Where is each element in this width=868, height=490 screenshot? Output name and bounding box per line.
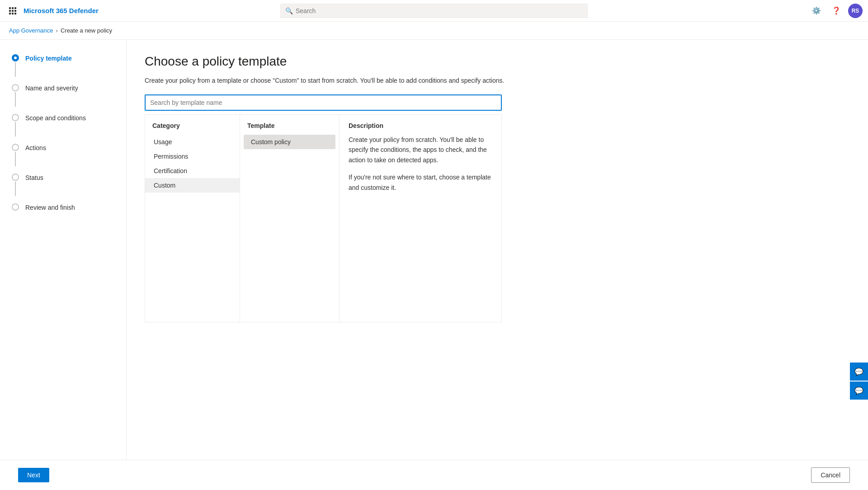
svg-rect-4 bbox=[12, 10, 14, 12]
step-circle-4 bbox=[12, 144, 19, 151]
template-picker: Category Usage Permissions Certification… bbox=[145, 114, 502, 322]
footer-left: Next bbox=[18, 468, 49, 482]
page-heading: Choose a policy template bbox=[145, 54, 850, 69]
search-input[interactable] bbox=[296, 7, 583, 14]
svg-rect-8 bbox=[14, 13, 16, 14]
page-description: Create your policy from a template or ch… bbox=[145, 76, 850, 85]
svg-rect-0 bbox=[9, 7, 11, 9]
nav-left: Microsoft 365 Defender bbox=[5, 4, 99, 18]
step-line-2 bbox=[15, 92, 16, 107]
step-circle-5 bbox=[12, 174, 19, 181]
cancel-button[interactable]: Cancel bbox=[811, 467, 850, 483]
category-item-certification[interactable]: Certification bbox=[145, 164, 240, 178]
page-layout: Policy template Name and severity Scope … bbox=[0, 40, 868, 490]
step-indicator-col-1 bbox=[11, 54, 20, 77]
step-line-1 bbox=[15, 62, 16, 77]
description-text-1: Create your policy from scratch. You'll … bbox=[349, 135, 492, 165]
step-indicator-col-3 bbox=[11, 114, 20, 137]
category-item-usage[interactable]: Usage bbox=[145, 135, 240, 149]
description-column: Description Create your policy from scra… bbox=[340, 115, 501, 322]
wizard-step-name-severity[interactable]: Name and severity bbox=[0, 80, 126, 110]
step-label-1: Policy template bbox=[25, 54, 72, 62]
step-line-5 bbox=[15, 182, 16, 196]
svg-rect-2 bbox=[14, 7, 16, 9]
step-circle-3 bbox=[12, 114, 19, 121]
breadcrumb: App Governance › Create a new policy bbox=[0, 22, 868, 40]
main-content: Choose a policy template Create your pol… bbox=[127, 40, 868, 490]
svg-rect-5 bbox=[14, 10, 16, 12]
top-navigation: Microsoft 365 Defender 🔍 ⚙️ ❓ RS bbox=[0, 0, 868, 22]
step-label-6: Review and finish bbox=[25, 203, 75, 212]
category-item-custom[interactable]: Custom bbox=[145, 178, 240, 193]
category-item-permissions[interactable]: Permissions bbox=[145, 149, 240, 164]
global-search-bar[interactable]: 🔍 bbox=[280, 4, 588, 18]
step-line-3 bbox=[15, 122, 16, 137]
breadcrumb-separator: › bbox=[56, 27, 58, 34]
description-text-2: If you're not sure where to start, choos… bbox=[349, 172, 492, 193]
wizard-step-review-finish[interactable]: Review and finish bbox=[0, 200, 126, 215]
svg-rect-3 bbox=[9, 10, 11, 12]
wizard-step-status[interactable]: Status bbox=[0, 170, 126, 200]
step-circle-2 bbox=[12, 84, 19, 91]
floating-feedback-icon[interactable]: 💬 bbox=[850, 382, 868, 400]
step-indicator-col-4 bbox=[11, 144, 20, 166]
next-button[interactable]: Next bbox=[18, 468, 49, 482]
floating-buttons: 💬 💬 bbox=[850, 363, 868, 400]
wizard-step-scope-conditions[interactable]: Scope and conditions bbox=[0, 110, 126, 140]
template-item-custom-policy[interactable]: Custom policy bbox=[244, 135, 335, 149]
nav-right: ⚙️ ❓ RS bbox=[808, 3, 863, 19]
step-indicator-col-6 bbox=[11, 203, 20, 211]
breadcrumb-parent-link[interactable]: App Governance bbox=[9, 27, 53, 34]
avatar[interactable]: RS bbox=[848, 4, 863, 18]
template-column: Template Custom policy bbox=[240, 115, 340, 322]
wizard-sidebar: Policy template Name and severity Scope … bbox=[0, 40, 127, 490]
step-label-4: Actions bbox=[25, 144, 46, 152]
step-label-2: Name and severity bbox=[25, 84, 78, 92]
template-header: Template bbox=[240, 122, 339, 135]
wizard-step-policy-template[interactable]: Policy template bbox=[0, 51, 126, 80]
step-indicator-col-2 bbox=[11, 84, 20, 107]
step-label-5: Status bbox=[25, 174, 43, 182]
step-line-4 bbox=[15, 152, 16, 166]
wizard-step-actions[interactable]: Actions bbox=[0, 140, 126, 170]
category-column: Category Usage Permissions Certification… bbox=[145, 115, 240, 322]
step-indicator-col-5 bbox=[11, 174, 20, 196]
svg-rect-1 bbox=[12, 7, 14, 9]
description-header: Description bbox=[349, 122, 492, 129]
template-search-input[interactable] bbox=[145, 94, 502, 111]
app-grid-icon[interactable] bbox=[5, 4, 20, 18]
step-circle-1 bbox=[12, 54, 19, 61]
search-icon: 🔍 bbox=[285, 7, 293, 14]
category-header: Category bbox=[145, 122, 240, 135]
floating-chat-icon[interactable]: 💬 bbox=[850, 363, 868, 381]
app-title: Microsoft 365 Defender bbox=[24, 7, 99, 14]
settings-icon[interactable]: ⚙️ bbox=[808, 3, 825, 19]
svg-rect-7 bbox=[12, 13, 14, 14]
help-icon[interactable]: ❓ bbox=[828, 3, 844, 19]
breadcrumb-current: Create a new policy bbox=[61, 27, 112, 34]
step-circle-6 bbox=[12, 203, 19, 211]
svg-rect-6 bbox=[9, 13, 11, 14]
page-footer: Next Cancel bbox=[0, 460, 868, 490]
step-label-3: Scope and conditions bbox=[25, 114, 86, 122]
